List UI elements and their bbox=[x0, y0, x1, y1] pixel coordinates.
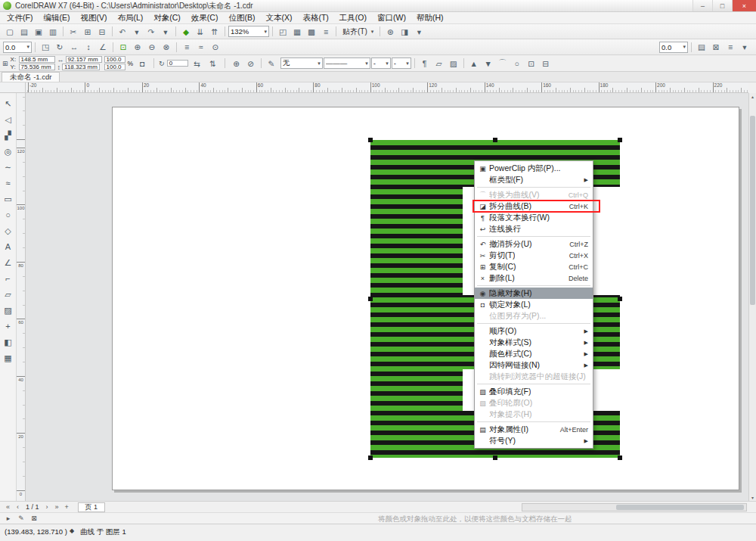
fullscreen-preview-icon[interactable]: ◰ bbox=[276, 26, 290, 38]
x-position-field[interactable]: 148.5 mm bbox=[19, 56, 55, 63]
zoom-tool[interactable]: ◎ bbox=[1, 144, 16, 159]
freehand-tool[interactable]: ∼ bbox=[1, 160, 16, 175]
menubar-item-6[interactable]: 效果(C) bbox=[186, 12, 224, 24]
rotation-angle-field[interactable]: 0 bbox=[167, 60, 188, 67]
context-menu-powerclip-inside[interactable]: ▣PowerClip 内部(P)... bbox=[475, 163, 593, 174]
copy-icon[interactable]: ⊞ bbox=[81, 26, 94, 38]
menubar-item-7[interactable]: 位图(B) bbox=[223, 12, 260, 24]
menubar-item-4[interactable]: 布局(L) bbox=[112, 12, 148, 24]
undo-dropdown-icon[interactable]: ▾ bbox=[130, 26, 144, 38]
context-menu-lock-object[interactable]: ◘锁定对象(L) bbox=[475, 299, 593, 310]
dynamic-guides-icon[interactable]: ⊠ bbox=[709, 41, 723, 53]
page-tab[interactable]: 页 1 bbox=[78, 502, 106, 512]
toolbar-options-icon[interactable]: ▾ bbox=[738, 41, 751, 53]
chevron-down-icon[interactable]: ▾ bbox=[318, 61, 321, 67]
color-eyedropper-tool[interactable]: + bbox=[1, 319, 16, 334]
y-position-field[interactable]: 75.536 mm bbox=[19, 64, 55, 70]
context-menu-copy[interactable]: ⊞复制(C)Ctrl+C bbox=[475, 261, 593, 272]
redo-icon[interactable]: ↷ bbox=[144, 26, 158, 38]
menubar-item-9[interactable]: 表格(T) bbox=[297, 12, 333, 24]
snap-offset-field[interactable]: 0.0▾ bbox=[659, 42, 688, 53]
reduce-nodes-icon[interactable]: ⊟ bbox=[539, 58, 553, 70]
zoom-level-combo[interactable]: 132%▾ bbox=[228, 26, 269, 37]
align-icon[interactable]: ≡ bbox=[180, 41, 194, 53]
import-icon[interactable]: ⇊ bbox=[194, 26, 207, 38]
drop-shadow-tool[interactable]: ▱ bbox=[1, 287, 16, 302]
new-document-icon[interactable]: ▢ bbox=[3, 26, 17, 38]
object-height-field[interactable]: 118.323 mm bbox=[62, 64, 100, 70]
selection-handle[interactable] bbox=[368, 455, 373, 460]
mirror-horizontal-icon[interactable]: ⇆ bbox=[191, 58, 204, 70]
pick-tool[interactable]: ↖ bbox=[1, 96, 16, 111]
show-grid-icon[interactable]: ▩ bbox=[305, 26, 318, 38]
transform-size-icon[interactable]: ↕ bbox=[82, 41, 95, 53]
undo-icon[interactable]: ↶ bbox=[116, 26, 129, 38]
menubar-item-1[interactable]: 文件(F) bbox=[2, 12, 38, 24]
close-button[interactable]: × bbox=[732, 0, 756, 11]
horizontal-scrollbar[interactable] bbox=[522, 503, 747, 511]
selection-handle[interactable] bbox=[493, 138, 497, 142]
trim-icon[interactable]: ⊖ bbox=[145, 41, 159, 53]
scale-x-field[interactable]: 100.0 bbox=[104, 56, 125, 63]
horizontal-ruler[interactable]: -20020406080100120140160180200220 bbox=[26, 82, 748, 93]
context-menu-order[interactable]: 顺序(O)▶ bbox=[475, 325, 593, 337]
interactive-fill-tool[interactable]: ◧ bbox=[1, 334, 16, 350]
break-apart-icon[interactable]: ⊘ bbox=[244, 58, 258, 70]
context-menu-overprint-outline[interactable]: ▧叠印轮廓(O) bbox=[475, 397, 593, 409]
menubar-item-5[interactable]: 对象(C) bbox=[148, 12, 186, 24]
first-page-button[interactable]: « bbox=[3, 502, 13, 511]
parallel-dimension-tool[interactable]: ∠ bbox=[1, 255, 16, 270]
palette-expand-icon[interactable]: ▸ bbox=[3, 514, 14, 523]
scroll-up-icon[interactable]: ▴ bbox=[749, 94, 756, 99]
lock-ratio-icon[interactable]: ◘ bbox=[135, 58, 149, 70]
context-menu-overprint-fill[interactable]: ▨叠印填充(F) bbox=[475, 386, 593, 397]
menubar-item-12[interactable]: 帮助(H) bbox=[411, 12, 449, 24]
outline-style-combo[interactable]: ———▾ bbox=[324, 58, 370, 69]
select-all-nodes-icon[interactable]: ⊡ bbox=[525, 58, 538, 70]
transparency-icon[interactable]: ▨ bbox=[447, 58, 460, 70]
selection-handle[interactable] bbox=[618, 455, 622, 460]
intersect-icon[interactable]: ⊗ bbox=[160, 41, 173, 53]
next-page-button[interactable]: › bbox=[42, 502, 52, 511]
distribute-icon[interactable]: ≈ bbox=[194, 41, 208, 53]
save-icon[interactable]: ▣ bbox=[32, 26, 45, 38]
object-width-field[interactable]: 92.157 mm bbox=[66, 56, 102, 63]
start-arrowhead-combo[interactable]: -▾ bbox=[371, 58, 391, 69]
vertical-ruler[interactable]: 120100806040200 bbox=[17, 93, 26, 501]
scale-y-field[interactable]: 100.0 bbox=[104, 64, 125, 70]
shape-tool[interactable]: ◁ bbox=[1, 112, 16, 127]
maximize-button[interactable]: □ bbox=[712, 0, 732, 11]
export-icon[interactable]: ⇈ bbox=[208, 26, 222, 38]
transform-scale-icon[interactable]: ↔ bbox=[67, 41, 81, 53]
context-menu-hide-object[interactable]: ◉隐藏对象(H) bbox=[475, 288, 593, 299]
ruler-origin-corner[interactable] bbox=[0, 82, 26, 93]
context-menu-frame-type[interactable]: 框类型(F)▶ bbox=[475, 174, 593, 185]
crop-tool[interactable]: ▞ bbox=[1, 128, 16, 143]
alignment-guides-icon[interactable]: ≡ bbox=[723, 41, 737, 53]
selection-handle[interactable] bbox=[618, 138, 622, 142]
context-menu-object-styles[interactable]: 对象样式(S)▶ bbox=[475, 337, 593, 348]
options-icon[interactable]: ⊛ bbox=[383, 26, 397, 38]
context-menu-split-curve[interactable]: ◪拆分曲线(B)Ctrl+K bbox=[475, 201, 593, 212]
outline-width-combo[interactable]: 无▾ bbox=[280, 58, 323, 69]
vertical-scroll-thumb[interactable] bbox=[750, 116, 755, 305]
context-menu-save-bitmap-as[interactable]: 位图另存为(P)... bbox=[475, 310, 593, 322]
print-icon[interactable]: ▥ bbox=[46, 26, 60, 38]
origin-selector-icon[interactable]: ⊞ bbox=[2, 60, 8, 67]
combine-icon[interactable]: ⊕ bbox=[230, 58, 243, 70]
rectangle-tool[interactable]: ▭ bbox=[1, 191, 16, 207]
prev-page-button[interactable]: ‹ bbox=[13, 502, 23, 511]
transparency-tool[interactable]: ▨ bbox=[1, 303, 16, 318]
drawing-canvas[interactable] bbox=[26, 93, 748, 501]
selection-handle[interactable] bbox=[493, 455, 497, 460]
context-menu-symbol[interactable]: 符号(Y)▶ bbox=[475, 435, 593, 446]
wrap-paragraph-text-icon[interactable]: ¶ bbox=[418, 58, 432, 70]
show-guidelines-icon[interactable]: ≡ bbox=[319, 26, 333, 38]
snap-to-menu[interactable]: 贴齐(T)▾ bbox=[339, 26, 376, 37]
context-menu-jump-to-hyperlink[interactable]: 跳转到浏览器中的超链接(J) bbox=[475, 371, 593, 382]
minimize-button[interactable]: – bbox=[692, 0, 712, 11]
to-front-icon[interactable]: ▲ bbox=[467, 58, 481, 70]
to-back-icon[interactable]: ▼ bbox=[482, 58, 495, 70]
text-tool[interactable]: A bbox=[1, 239, 16, 254]
context-menu-color-styles[interactable]: 颜色样式(C)▶ bbox=[475, 348, 593, 359]
